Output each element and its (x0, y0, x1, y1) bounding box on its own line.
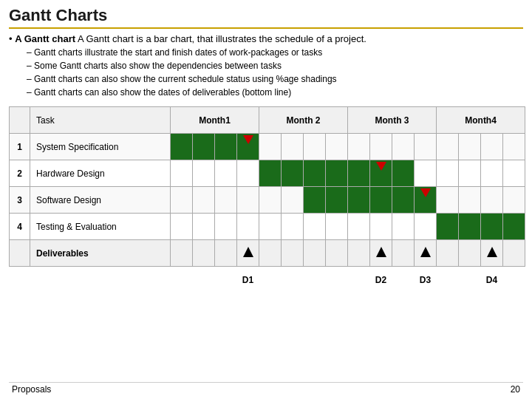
gantt-cell (259, 214, 282, 240)
gantt-cell (415, 187, 437, 214)
gantt-cell (459, 187, 481, 214)
gantt-cell (215, 160, 237, 187)
deliverable-name (193, 267, 215, 293)
deliverable-cell (171, 240, 193, 267)
task-name: Testing & Evaluation (30, 214, 171, 240)
deliverable-name (503, 267, 525, 293)
row-number: 2 (10, 160, 30, 187)
gantt-cell (237, 187, 259, 214)
gantt-cell (437, 134, 459, 160)
gantt-cell (171, 214, 193, 240)
gantt-cell (392, 187, 415, 214)
deliverable-arrow (376, 247, 386, 257)
gantt-cell (370, 214, 392, 240)
gantt-cell (282, 134, 304, 160)
header-num (10, 107, 30, 134)
header-month4: Month4 (437, 107, 525, 134)
gantt-cell (415, 160, 437, 187)
gantt-cell (481, 160, 503, 187)
deliverable-cell (282, 240, 304, 267)
deliverable-names-row: D1D2D3D4 (10, 267, 525, 293)
deliverable-name (326, 267, 348, 293)
deliverable-name: D1 (237, 267, 259, 293)
header-month1: Month1 (171, 107, 259, 134)
gantt-cell (215, 134, 237, 160)
gantt-table: Task Month1 Month 2 Month 3 Month4 1Syst… (9, 106, 525, 293)
row-number: 1 (10, 134, 30, 160)
gantt-cell (481, 134, 503, 160)
deliverable-cell (193, 240, 215, 267)
deliverable-cell (437, 240, 459, 267)
gantt-cell (282, 214, 304, 240)
gantt-cell (304, 187, 326, 214)
gantt-cell (503, 160, 525, 187)
deliverable-cell (415, 240, 437, 267)
deliverable-cell (304, 240, 326, 267)
page-title: Gantt Charts (9, 6, 523, 29)
gantt-cell (259, 134, 282, 160)
deliverable-cell (259, 240, 282, 267)
deliverable-cell (459, 240, 481, 267)
task-name: Hardware Design (30, 160, 171, 187)
gantt-row: 4Testing & Evaluation (10, 214, 525, 240)
deliverable-arrow (420, 247, 431, 257)
footer-left: Proposals (12, 384, 51, 395)
gantt-cell (304, 214, 326, 240)
deliverables-label-row: Deliverables (10, 240, 525, 267)
gantt-cell (459, 160, 481, 187)
gantt-cell (437, 187, 459, 214)
task-name: Software Design (30, 187, 171, 214)
deliverable-name (304, 267, 326, 293)
gantt-cell (348, 134, 370, 160)
progress-marker (376, 162, 386, 171)
gantt-cell (282, 160, 304, 187)
gantt-cell (370, 160, 392, 187)
deliverable-arrow (243, 247, 253, 257)
deliverable-name (437, 267, 459, 293)
gantt-cell (370, 187, 392, 214)
deliverable-name (459, 267, 481, 293)
deliverable-name: D4 (481, 267, 503, 293)
gantt-cell (171, 187, 193, 214)
gantt-cell (326, 187, 348, 214)
deliverables-label: Deliverables (30, 240, 171, 267)
gantt-row: 3Software Design (10, 187, 525, 214)
deliverable-name (348, 267, 370, 293)
deliverable-name (392, 267, 415, 293)
gantt-cell (503, 187, 525, 214)
header-task: Task (30, 107, 171, 134)
gantt-cell (392, 134, 415, 160)
gantt-cell (481, 214, 503, 240)
gantt-cell (193, 187, 215, 214)
deliverable-cell (481, 240, 503, 267)
gantt-cell (215, 187, 237, 214)
deliverable-name (259, 267, 282, 293)
gantt-cell (259, 160, 282, 187)
sub-bullet-item: Gantt charts can also show the dates of … (27, 86, 523, 99)
deliverable-name (215, 267, 237, 293)
gantt-cell (193, 134, 215, 160)
sub-bullet-item: Gantt charts illustrate the start and fi… (27, 46, 523, 59)
gantt-cell (326, 134, 348, 160)
gantt-cell (237, 134, 259, 160)
gantt-cell (193, 214, 215, 240)
gantt-cell (348, 214, 370, 240)
gantt-cell (348, 187, 370, 214)
header-month3: Month 3 (348, 107, 437, 134)
header-month2: Month 2 (259, 107, 348, 134)
deliverable-cell (348, 240, 370, 267)
gantt-cell (237, 214, 259, 240)
gantt-cell (481, 187, 503, 214)
gantt-cell (392, 160, 415, 187)
gantt-cell (193, 160, 215, 187)
task-name: System Specification (30, 134, 171, 160)
gantt-cell (415, 134, 437, 160)
deliverable-cell (503, 240, 525, 267)
gantt-cell (437, 214, 459, 240)
deliverable-cell (392, 240, 415, 267)
gantt-cell (237, 160, 259, 187)
deliverable-arrow (487, 247, 497, 257)
deliverable-cell (326, 240, 348, 267)
deliverable-name (171, 267, 193, 293)
gantt-cell (282, 187, 304, 214)
